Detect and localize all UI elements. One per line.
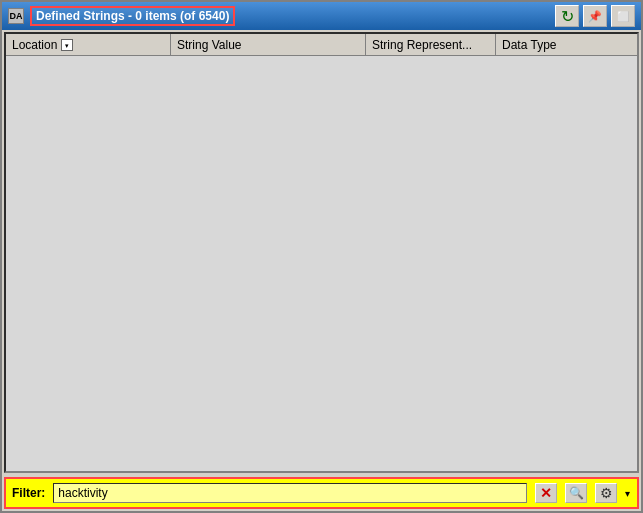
refresh-icon: ↻ — [561, 7, 574, 26]
pin-icon: 📌 — [588, 10, 602, 23]
dropdown-arrow[interactable]: ▾ — [625, 486, 631, 500]
title-bar: DA Defined Strings - 0 items (of 6540) ↻… — [2, 2, 641, 30]
content-area: Location ▾ String Value String Represent… — [4, 32, 639, 473]
export-button[interactable]: ⬜ — [611, 5, 635, 27]
search-icon: 🔍 — [569, 486, 584, 500]
clear-icon: ✕ — [540, 485, 552, 501]
title-bar-buttons: ↻ 📌 ⬜ — [555, 5, 635, 27]
col-string-value-label: String Value — [177, 38, 241, 52]
filter-clear-button[interactable]: ✕ — [535, 483, 557, 503]
filter-input[interactable] — [53, 483, 527, 503]
app-icon: DA — [8, 8, 24, 24]
export-icon: ⬜ — [617, 11, 629, 22]
col-location-sort-icon: ▾ — [61, 39, 73, 51]
pin-button[interactable]: 📌 — [583, 5, 607, 27]
col-header-string-rep: String Represent... — [366, 34, 496, 55]
col-data-type-label: Data Type — [502, 38, 556, 52]
col-header-string-value: String Value — [171, 34, 366, 55]
filter-search-button[interactable]: 🔍 — [565, 483, 587, 503]
col-string-rep-label: String Represent... — [372, 38, 472, 52]
title-bar-left: DA Defined Strings - 0 items (of 6540) — [8, 6, 235, 26]
table-header: Location ▾ String Value String Represent… — [6, 34, 637, 56]
col-header-location: Location ▾ — [6, 34, 171, 55]
main-window: DA Defined Strings - 0 items (of 6540) ↻… — [0, 0, 643, 513]
filter-label: Filter: — [12, 486, 45, 500]
col-location-label: Location — [12, 38, 57, 52]
settings-icon: ⚙ — [600, 485, 613, 501]
refresh-button[interactable]: ↻ — [555, 5, 579, 27]
table-body[interactable] — [6, 56, 637, 471]
window-title: Defined Strings - 0 items (of 6540) — [30, 6, 235, 26]
filter-settings-button[interactable]: ⚙ — [595, 483, 617, 503]
filter-bar: Filter: ✕ 🔍 ⚙ ▾ — [4, 477, 639, 509]
chevron-down-icon: ▾ — [625, 488, 630, 499]
col-header-data-type: Data Type — [496, 34, 637, 55]
